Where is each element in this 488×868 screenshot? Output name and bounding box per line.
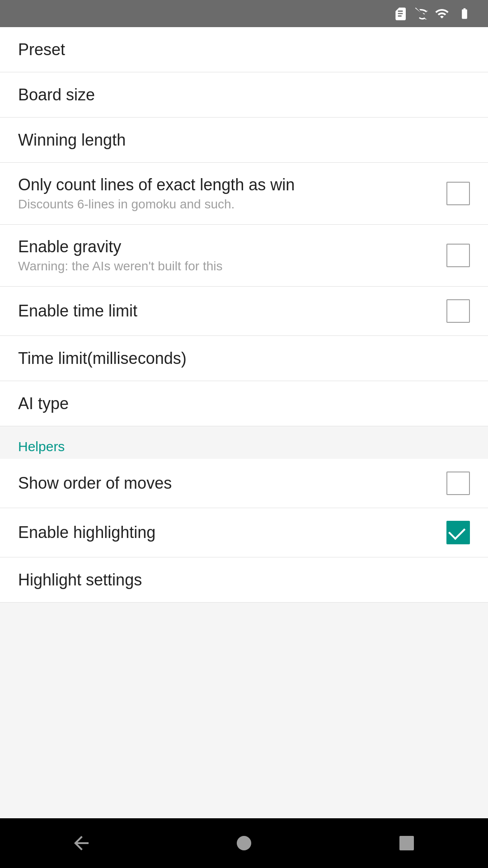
svg-point-0 xyxy=(237,836,251,850)
battery-icon xyxy=(455,7,474,20)
enable-gravity-item-content: Enable gravityWarning: the AIs weren't b… xyxy=(18,237,446,274)
enable-time-limit-item[interactable]: Enable time limit xyxy=(0,287,488,336)
preset-item-content: Preset xyxy=(18,40,470,59)
time-limit-item[interactable]: Time limit(milliseconds) xyxy=(0,336,488,381)
preset-item-title: Preset xyxy=(18,40,65,59)
highlight-settings-item[interactable]: Highlight settings xyxy=(0,557,488,603)
show-order-item-content: Show order of moves xyxy=(18,474,446,493)
exact-length-item-checkbox[interactable] xyxy=(446,182,470,205)
enable-gravity-item-subtitle: Warning: the AIs weren't built for this xyxy=(18,259,446,274)
wifi-x-icon xyxy=(413,6,429,21)
winning-length-item-content: Winning length xyxy=(18,131,470,150)
show-order-item[interactable]: Show order of moves xyxy=(0,459,488,508)
exact-length-item-content: Only count lines of exact length as winD… xyxy=(18,175,446,212)
enable-highlighting-item-checkbox[interactable] xyxy=(446,521,470,544)
winning-length-item[interactable]: Winning length xyxy=(0,118,488,163)
time-limit-item-title: Time limit(milliseconds) xyxy=(18,349,187,368)
enable-time-limit-item-title: Enable time limit xyxy=(18,302,137,320)
enable-gravity-item-checkbox[interactable] xyxy=(446,244,470,267)
back-button[interactable] xyxy=(52,823,110,863)
settings-list: PresetBoard sizeWinning lengthOnly count… xyxy=(0,27,488,818)
board-size-item[interactable]: Board size xyxy=(0,72,488,118)
show-order-item-title: Show order of moves xyxy=(18,474,172,492)
ai-type-item-content: AI type xyxy=(18,394,470,413)
navigation-bar xyxy=(0,818,488,868)
enable-highlighting-item-title: Enable highlighting xyxy=(18,523,155,542)
signal-icon xyxy=(435,6,449,21)
exact-length-item-title: Only count lines of exact length as win xyxy=(18,175,295,194)
winning-length-item-title: Winning length xyxy=(18,131,126,149)
enable-time-limit-item-content: Enable time limit xyxy=(18,302,446,321)
ai-type-item[interactable]: AI type xyxy=(0,381,488,426)
section-header-text: Helpers xyxy=(18,439,65,454)
helpers-header: Helpers xyxy=(0,426,488,459)
highlight-settings-item-title: Highlight settings xyxy=(18,571,142,589)
time-limit-item-content: Time limit(milliseconds) xyxy=(18,349,470,368)
svg-rect-1 xyxy=(399,836,414,850)
enable-gravity-item-title: Enable gravity xyxy=(18,237,121,256)
board-size-item-content: Board size xyxy=(18,85,470,104)
exact-length-item[interactable]: Only count lines of exact length as winD… xyxy=(0,163,488,225)
enable-highlighting-item[interactable]: Enable highlighting xyxy=(0,508,488,557)
board-size-item-title: Board size xyxy=(18,85,95,104)
status-bar xyxy=(0,0,488,27)
recent-button[interactable] xyxy=(378,823,436,863)
enable-gravity-item[interactable]: Enable gravityWarning: the AIs weren't b… xyxy=(0,225,488,287)
exact-length-item-subtitle: Discounts 6-lines in gomoku and such. xyxy=(18,197,446,212)
enable-highlighting-item-content: Enable highlighting xyxy=(18,523,446,542)
ai-type-item-title: AI type xyxy=(18,394,69,413)
home-button[interactable] xyxy=(215,823,273,863)
highlight-settings-item-content: Highlight settings xyxy=(18,571,470,590)
show-order-item-checkbox[interactable] xyxy=(446,472,470,495)
sim-icon xyxy=(393,6,408,21)
preset-item[interactable]: Preset xyxy=(0,27,488,72)
status-icons xyxy=(393,6,474,21)
enable-time-limit-item-checkbox[interactable] xyxy=(446,299,470,323)
